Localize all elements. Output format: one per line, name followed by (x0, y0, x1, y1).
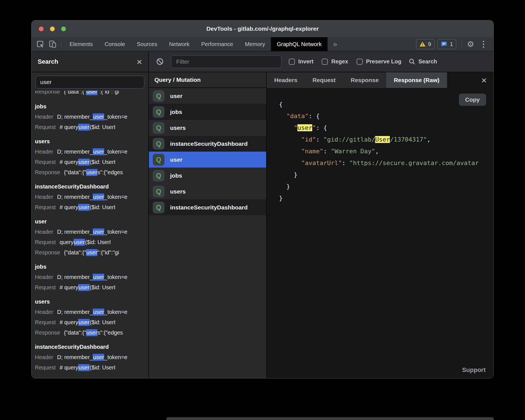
search-toggle[interactable]: Search (409, 58, 437, 65)
result-text: s":{"edges (97, 330, 123, 336)
result-line-label: Response (35, 91, 60, 95)
query-row-user[interactable]: Quser (149, 152, 266, 168)
search-result-line[interactable]: Requestquery user ($id: UserI (35, 237, 148, 247)
clear-block-icon[interactable] (156, 58, 164, 65)
detail-tab-response[interactable]: Response (343, 72, 386, 88)
result-group-title[interactable]: users (35, 297, 148, 307)
query-row-jobs[interactable]: Qjobs (149, 168, 266, 183)
messages-badge[interactable]: 1 (437, 39, 456, 49)
code-token: "Warren Day" (331, 148, 375, 155)
search-result-line[interactable]: Request# query user ($id: UserI (35, 317, 148, 328)
window-title: DevTools - gitlab.com/-/graphql-explorer (206, 25, 319, 32)
detail-tab-headers[interactable]: Headers (267, 72, 305, 88)
search-result-line[interactable]: Request# query user ($id: UserI (35, 362, 148, 373)
close-detail-icon[interactable]: × (474, 72, 493, 88)
tab-console[interactable]: Console (99, 37, 131, 51)
result-group-title[interactable]: user (35, 216, 148, 227)
search-result-line[interactable]: Response{"data":{"users":{"edges (35, 167, 148, 178)
result-text: D; remember_ (57, 229, 93, 235)
tab-performance[interactable]: Performance (195, 37, 239, 51)
code-token: "data" (287, 113, 309, 120)
query-row-users[interactable]: Qusers (149, 183, 266, 199)
network-toolbar: InvertRegexPreserve Log Search (149, 51, 493, 72)
query-row-users[interactable]: Qusers (149, 120, 266, 136)
search-result-group: instanceSecurityDashboardHeaderD; rememb… (35, 342, 148, 373)
search-result-group: jobsHeaderD; remember_user_token=eReques… (35, 101, 148, 132)
filter-options: InvertRegexPreserve Log (289, 58, 401, 65)
query-row-user[interactable]: Quser (149, 88, 266, 104)
code-token (279, 159, 301, 166)
result-group-title[interactable]: jobs (35, 262, 148, 272)
result-group-title[interactable]: jobs (35, 101, 148, 112)
search-result-line[interactable]: Response{"data":{"users":{"edges (35, 328, 148, 338)
maximize-window-button[interactable] (61, 27, 66, 31)
checkbox-invert[interactable]: Invert (289, 58, 313, 65)
result-text: # query (60, 204, 78, 211)
detail-tab-response-raw[interactable]: Response (Raw) (386, 72, 447, 88)
result-text: D; remember_ (57, 274, 93, 280)
settings-gear-icon[interactable]: ⚙ (464, 37, 477, 51)
result-text: D; remember_ (57, 194, 93, 200)
query-row-instancesecuritydashboard[interactable]: QinstanceSecurityDashboard (149, 136, 266, 152)
search-result-line[interactable]: Request# query user ($id: UserI (35, 157, 148, 167)
query-row-instancesecuritydashboard[interactable]: QinstanceSecurityDashboard (149, 199, 266, 215)
search-result-line[interactable]: HeaderD; remember_user_token=e (35, 352, 148, 362)
toolbar-band: Search × InvertRegexPreserve Log Search (32, 51, 493, 72)
search-result-line[interactable]: HeaderD; remember_user_token=e (35, 307, 148, 317)
menu-kebab-icon[interactable] (477, 37, 490, 51)
issues-warning-badge[interactable]: 9 (416, 39, 435, 49)
code-token: : { (309, 113, 320, 120)
chat-bubble-icon (441, 41, 447, 47)
code-line: "avatarUrl": "https://secure.gravatar.co… (279, 157, 493, 169)
tab-network[interactable]: Network (163, 37, 195, 51)
search-result-line[interactable]: Request# query user ($id: UserI (35, 282, 148, 293)
search-result-line[interactable]: HeaderD; remember_user_token=e (35, 272, 148, 282)
close-search-panel-icon[interactable]: × (137, 57, 142, 66)
support-link[interactable]: Support (462, 366, 486, 374)
tab-memory[interactable]: Memory (239, 37, 271, 51)
search-result-line[interactable]: HeaderD; remember_user_token=e (35, 227, 148, 237)
search-input[interactable] (35, 76, 144, 89)
tab-graphql-network[interactable]: GraphQL Network (271, 37, 327, 51)
search-result-line[interactable]: HeaderD; remember_user_token=e (35, 147, 148, 157)
result-text: # query (60, 159, 78, 165)
panel-tabs: ElementsConsoleSourcesNetworkPerformance… (64, 37, 328, 51)
filter-input[interactable] (171, 55, 281, 68)
minimize-window-button[interactable] (50, 27, 55, 31)
code-token: : (323, 148, 331, 155)
device-toolbar-icon[interactable] (47, 37, 59, 51)
result-text: ":{"id":"gi (97, 91, 119, 95)
checkbox-regex[interactable]: Regex (322, 58, 348, 65)
code-token: { (279, 101, 283, 108)
search-result-line[interactable]: Response{"data":{"user":{"id":"gi (35, 91, 148, 97)
search-result-line[interactable]: Response{"data":{"user":{"id":"gi (35, 247, 148, 258)
code-token: "name" (301, 148, 323, 155)
query-row-label: user (170, 93, 182, 99)
tab-sources[interactable]: Sources (131, 37, 163, 51)
result-line-label: Request (35, 124, 56, 130)
result-group-title[interactable]: instanceSecurityDashboard (35, 342, 148, 352)
warning-triangle-icon (419, 41, 426, 47)
search-result-line[interactable]: HeaderD; remember_user_token=e (35, 112, 148, 122)
detail-tab-request[interactable]: Request (305, 72, 343, 88)
search-result-line[interactable]: Request# query user ($id: UserI (35, 122, 148, 132)
result-group-title[interactable]: instanceSecurityDashboard (35, 182, 148, 192)
copy-button[interactable]: Copy (459, 94, 486, 106)
close-window-button[interactable] (39, 27, 44, 31)
tab-elements[interactable]: Elements (64, 37, 99, 51)
result-line-label: Header (35, 114, 53, 120)
inspect-element-icon[interactable] (34, 37, 47, 51)
checkbox-preserve-log[interactable]: Preserve Log (357, 58, 402, 65)
search-result-line[interactable]: Request# query user ($id: UserI (35, 202, 148, 213)
search-result-line[interactable]: HeaderD; remember_user_token=e (35, 192, 148, 202)
query-row-label: users (170, 125, 186, 131)
result-group-title[interactable]: users (35, 136, 148, 147)
result-text: D; remember_ (57, 354, 93, 361)
result-text: {"data":{" (64, 249, 86, 256)
more-tabs-chevron[interactable]: » (328, 37, 343, 51)
query-row-label: jobs (170, 172, 182, 179)
query-row-jobs[interactable]: Qjobs (149, 104, 266, 120)
result-line-label: Response (35, 169, 60, 176)
result-text: ($id: UserI (90, 204, 115, 211)
query-type-badge: Q (153, 202, 164, 213)
